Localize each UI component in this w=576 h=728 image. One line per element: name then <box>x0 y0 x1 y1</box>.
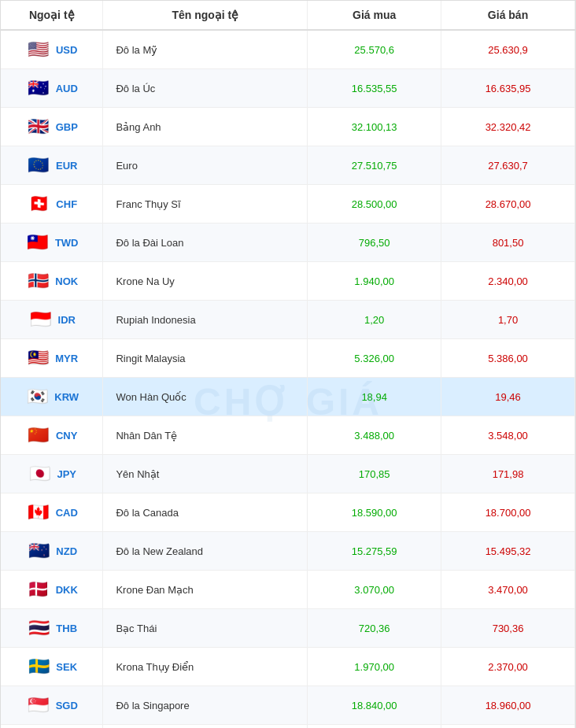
sell-price-cell: 3.470,00 <box>441 571 575 609</box>
currency-code[interactable]: NOK <box>55 275 78 287</box>
table-row: 🇦🇺 AUD Đô la Úc16.535,5516.635,95 <box>1 69 575 108</box>
currency-name-cell: Krone Na Uy <box>103 262 308 301</box>
buy-price-cell: 3.213,82 <box>308 725 441 729</box>
table-row: 🇨🇳 CNY Nhân Dân Tệ3.488,003.548,00 <box>1 416 575 455</box>
flag-icon: 🇹🇭 <box>26 615 51 641</box>
table-row: 🇸🇪 SEK Krona Thụy Điển1.970,002.370,00 <box>1 648 575 686</box>
buy-price-value: 1.940,00 <box>354 275 394 287</box>
flag-icon: 🇦🇺 <box>26 76 51 101</box>
sell-price-cell: 19,46 <box>441 378 575 416</box>
buy-price-value: 28.500,00 <box>352 198 397 210</box>
table-row: 🇯🇵 JPY Yên Nhật170,85171,98 <box>1 455 575 493</box>
buy-price-cell: 1,20 <box>308 301 441 339</box>
currency-code[interactable]: GBP <box>56 121 78 133</box>
header-buy-price: Giá mua <box>308 1 441 30</box>
buy-price-cell: 796,50 <box>308 224 441 262</box>
buy-price-cell: 720,36 <box>308 609 441 648</box>
currency-code-cell: 🇭🇰 HKD <box>1 725 103 729</box>
currency-name-cell: Euro <box>103 146 308 185</box>
currency-name-cell: Đô la Canada <box>103 493 308 532</box>
sell-price-value: 2.340,00 <box>488 275 528 287</box>
buy-price-value: 1.970,00 <box>354 661 394 673</box>
flag-icon: 🇲🇾 <box>25 346 50 371</box>
buy-price-cell: 32.100,13 <box>308 108 441 146</box>
buy-price-value: 3.070,00 <box>354 584 394 596</box>
currency-code-cell: 🇦🇺 AUD <box>1 69 103 108</box>
currency-code[interactable]: DKK <box>56 584 78 596</box>
currency-name-cell: Bạc Thái <box>103 609 308 648</box>
currency-code[interactable]: NZD <box>56 545 77 557</box>
currency-code[interactable]: THB <box>56 623 77 634</box>
flag-icon: 🇯🇵 <box>27 461 52 486</box>
currency-code[interactable]: CHF <box>56 198 77 210</box>
currency-code-cell: 🇩🇰 DKK <box>1 571 103 609</box>
sell-price-value: 2.370,00 <box>488 661 528 673</box>
buy-price-cell: 15.275,59 <box>308 532 441 571</box>
currency-name-cell: Bảng Anh <box>103 108 308 146</box>
table-row: 🇭🇰 HKD Đô la Hồng Kông3.213,823.263,44 <box>1 725 575 729</box>
currency-code-cell: 🇨🇭 CHF <box>1 185 103 224</box>
currency-code[interactable]: AUD <box>56 83 78 94</box>
buy-price-value: 15.275,59 <box>352 545 397 557</box>
currency-code-cell: 🇳🇿 NZD <box>1 532 103 571</box>
buy-price-cell: 18.590,00 <box>308 493 441 532</box>
currency-code[interactable]: TWD <box>55 237 79 249</box>
currency-code[interactable]: EUR <box>56 160 77 172</box>
buy-price-cell: 16.535,55 <box>308 69 441 108</box>
flag-icon: 🇳🇴 <box>25 268 50 294</box>
sell-price-cell: 801,50 <box>441 224 575 262</box>
sell-price-value: 28.670,00 <box>486 198 531 210</box>
buy-price-value: 18,94 <box>361 391 387 403</box>
buy-price-cell: 18,94 <box>308 378 441 416</box>
sell-price-cell: 27.630,7 <box>441 146 575 185</box>
currency-code-cell: 🇮🇩 IDR <box>1 301 103 339</box>
sell-price-cell: 5.386,00 <box>441 339 575 378</box>
currency-name-cell: Won Hàn Quốc <box>103 378 308 416</box>
table-row: 🇺🇸 USD Đô la Mỹ25.570,625.630,9 <box>1 30 575 69</box>
header-sell-price: Giá bán <box>441 1 575 30</box>
currency-code-cell: 🇲🇾 MYR <box>1 339 103 378</box>
header-currency-name: Tên ngoại tệ <box>103 1 308 30</box>
currency-code[interactable]: CAD <box>56 507 78 519</box>
buy-price-value: 32.100,13 <box>352 121 397 133</box>
currency-code[interactable]: KRW <box>54 391 79 403</box>
flag-icon: 🇬🇧 <box>26 114 51 139</box>
currency-code-cell: 🇨🇦 CAD <box>1 493 103 532</box>
table-row: 🇳🇿 NZD Đô la New Zealand15.275,5915.495,… <box>1 532 575 571</box>
sell-price-value: 5.386,00 <box>488 353 528 364</box>
currency-table-container: CHỢ GIÁ Ngoại tệ Tên ngoại tệ Giá mua Gi… <box>0 0 576 728</box>
buy-price-value: 25.570,6 <box>354 44 394 56</box>
sell-price-value: 25.630,9 <box>488 44 528 56</box>
sell-price-value: 27.630,7 <box>488 160 528 172</box>
currency-name-cell: Krona Thụy Điển <box>103 648 308 686</box>
buy-price-value: 18.840,00 <box>352 700 397 711</box>
currency-code[interactable]: SEK <box>56 661 77 673</box>
currency-code[interactable]: SGD <box>56 700 78 711</box>
currency-name-cell: Đô la Hồng Kông <box>103 725 308 729</box>
sell-price-cell: 25.630,9 <box>441 30 575 69</box>
currency-code-cell: 🇬🇧 GBP <box>1 108 103 146</box>
buy-price-cell: 27.510,75 <box>308 146 441 185</box>
currency-name-cell: Rupiah Indonesia <box>103 301 308 339</box>
flag-icon: 🇳🇿 <box>26 538 51 564</box>
sell-price-cell: 3.263,44 <box>441 725 575 729</box>
currency-code[interactable]: USD <box>56 44 77 56</box>
sell-price-value: 3.470,00 <box>488 584 528 596</box>
currency-code[interactable]: IDR <box>58 314 76 326</box>
table-row: 🇪🇺 EUR Euro27.510,7527.630,7 <box>1 146 575 185</box>
buy-price-cell: 170,85 <box>308 455 441 493</box>
sell-price-cell: 2.340,00 <box>441 262 575 301</box>
table-row: 🇮🇩 IDR Rupiah Indonesia1,201,70 <box>1 301 575 339</box>
currency-code[interactable]: MYR <box>55 353 78 364</box>
sell-price-value: 730,36 <box>493 623 524 634</box>
currency-code[interactable]: JPY <box>57 468 76 480</box>
currency-code[interactable]: CNY <box>56 430 77 442</box>
buy-price-value: 170,85 <box>359 468 390 480</box>
currency-name-cell: Krone Đan Mạch <box>103 571 308 609</box>
buy-price-value: 5.326,00 <box>354 353 394 364</box>
currency-name-cell: Đô la Đài Loan <box>103 224 308 262</box>
currency-code-cell: 🇳🇴 NOK <box>1 262 103 301</box>
table-row: 🇲🇾 MYR Ringit Malaysia5.326,005.386,00 <box>1 339 575 378</box>
buy-price-value: 1,20 <box>364 314 384 326</box>
buy-price-value: 796,50 <box>359 237 390 249</box>
